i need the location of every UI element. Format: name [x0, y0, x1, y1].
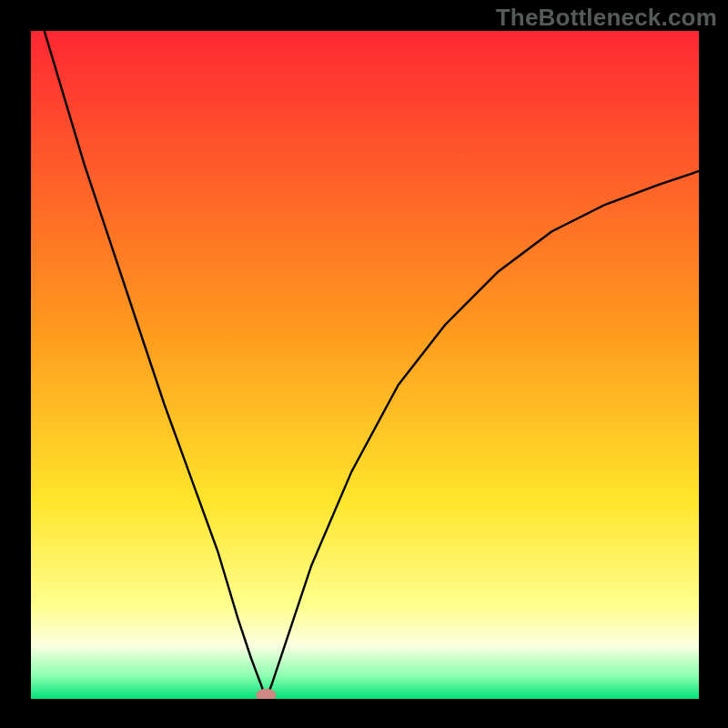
plot-background — [31, 31, 699, 699]
optimal-marker — [256, 689, 276, 702]
watermark-text: TheBottleneck.com — [496, 4, 717, 32]
chart-svg — [0, 0, 728, 728]
chart-frame: TheBottleneck.com — [0, 0, 728, 728]
